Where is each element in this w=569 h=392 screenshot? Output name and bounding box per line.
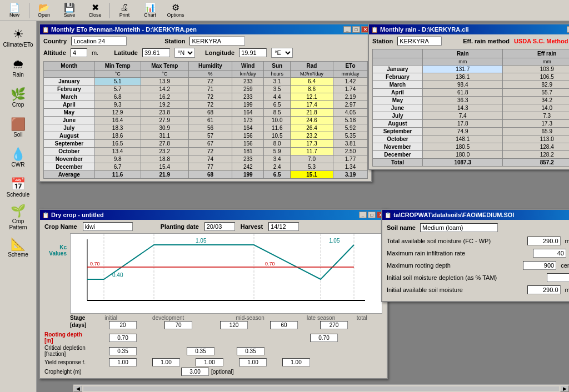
planting-date-input[interactable] [204,222,235,231]
yr-total[interactable] [282,358,310,366]
chart-icon: 📊 [144,3,156,12]
yr-mid[interactable] [196,358,223,366]
soil-field-input[interactable] [527,237,561,245]
eto-row-mintemp: 18.6 [94,132,141,140]
yr-initial[interactable] [109,358,137,366]
eto-latitude-input[interactable] [142,48,170,57]
soil-field-row: Total available soil moisture (FC - WP) … [387,237,569,245]
sidebar-item-soil[interactable]: 🟫 Soil [2,113,35,142]
harvest-date-input[interactable] [268,222,299,231]
eto-row-eto: 1.77 [333,155,368,163]
save-button[interactable]: 💾 Save [57,1,82,20]
print-icon: 🖨 [120,3,129,12]
rain-station-input[interactable] [397,37,442,46]
eto-country-input[interactable] [71,37,127,46]
eto-row-wind: 233 [232,93,264,101]
yr-dev[interactable] [152,358,180,366]
eto-station-input[interactable] [189,37,245,46]
eto-row-wind: 259 [232,86,264,93]
eto-longitude-input[interactable] [239,48,267,57]
crop-titlebar[interactable]: 📋 Dry crop - untitled _ □ ✕ [40,210,387,220]
open-button[interactable]: 📂 Open [32,1,56,20]
eto-row-humidity: 72 [188,93,232,101]
stage-midseason-days[interactable] [220,321,248,329]
harvest-label: Harvest [241,223,263,230]
content-area: 📋 Monthly ETo Penman-Monteith - D:\KERKY… [37,21,569,392]
stage-initial-days[interactable] [109,321,137,329]
soil-name-input[interactable] [420,223,498,232]
crop-name-label: Crop Name [44,223,77,230]
rain-row-rain: 7.4 [423,112,503,120]
yr-late[interactable] [239,358,267,366]
eto-maximize-button[interactable]: □ [352,26,360,33]
eto-row-eto: 5.18 [333,117,368,124]
soil-field-input[interactable] [533,249,566,258]
cd-late[interactable] [237,347,264,355]
close-button[interactable]: ✖ Close [83,1,107,20]
eto-col-month: Month [44,62,95,71]
print-button[interactable]: 🖨 Print [112,1,137,20]
stage-total-days[interactable] [320,321,348,329]
sidebar-item-climate-eto[interactable]: ☀ Climate/ETo [2,23,35,52]
options-button[interactable]: ⚙ Options [163,1,188,20]
hscroll-right[interactable]: ▶ [560,385,569,392]
eto-longitude-dir-select[interactable]: °E°W [271,48,293,58]
eto-row-maxtemp: 27.8 [141,140,188,148]
chart-button[interactable]: 📊 Chart [138,1,162,20]
eto-row-eto: 2.19 [333,93,368,101]
soil-titlebar[interactable]: 📋 ta\CROPWAT\data\soils\FAO\MEDIUM.SOI _… [382,210,569,220]
crop-name-input[interactable] [83,222,133,231]
soil-field-input[interactable] [523,261,556,270]
crop-minimize-button[interactable]: _ [359,212,367,218]
cropheight-optional: [optional] [211,369,234,375]
kc-values-label: KcValues [44,244,67,257]
eto-row-humidity: 71 [188,86,232,93]
crop-icon: 🌿 [11,88,26,100]
eto-row-sun: 3.5 [264,86,291,93]
cd-mid[interactable] [187,347,214,355]
eto-row-sun: 8.5 [264,109,291,117]
rain-eff-value: USDA S.C. Method [514,38,568,44]
stage-lateseason-days[interactable] [270,321,298,329]
cd-initial[interactable] [109,347,137,355]
eto-latitude-dir-select[interactable]: °N°S [174,48,195,58]
hscroll[interactable]: ◀ ▶ [73,384,569,392]
cropheight-mid[interactable] [181,368,209,376]
sidebar-item-crop-pattern[interactable]: 🌱 Crop Pattern [2,203,35,232]
rain-row-month: February [373,73,423,81]
rain-minimize-button[interactable]: _ [567,26,569,33]
sidebar-item-crop[interactable]: 🌿 Crop [2,83,35,112]
soil-field-row: Maximum rain infiltration rate mm/day [387,249,569,258]
sidebar-item-cwr[interactable]: 💧 CWR [2,143,35,172]
eto-row-wind: 233 [232,78,264,86]
soil-title-icon: 📋 [385,212,391,218]
eto-row-humidity: 68 [188,109,232,117]
stage-development-days[interactable] [164,321,192,329]
rain-row-month: June [373,104,423,112]
new-button[interactable]: 📄 New [2,1,27,20]
eto-titlebar[interactable]: 📋 Monthly ETo Penman-Monteith - D:\KERKY… [40,24,371,34]
open-icon: 📂 [38,3,49,12]
hscroll-left[interactable]: ◀ [73,385,82,392]
rain-row-month: July [373,112,423,120]
eto-longitude-label: Longitude [205,49,234,56]
eto-row-humidity: 77 [188,163,232,171]
rain-row-month: January [373,66,423,73]
rain-titlebar[interactable]: 📋 Monthly rain - D:\KERKYRA.cli _ □ ✕ [369,24,569,34]
eto-row-sun: 3.4 [264,155,291,163]
soil-field-input[interactable] [547,273,569,282]
eto-row-month: May [44,109,95,117]
sidebar-item-schedule[interactable]: 📅 Schedule [2,173,35,202]
toolbar-sep-2 [109,3,110,18]
eto-altitude-input[interactable] [71,48,87,57]
sidebar-item-scheme[interactable]: 📐 Scheme [2,233,35,262]
rain-row-month: April [373,89,423,97]
crop-maximize-button[interactable]: □ [368,212,376,218]
sidebar-item-rain[interactable]: 🌧 Rain [2,53,35,82]
soil-field-input[interactable] [527,285,561,294]
rain-row-eff: 55.7 [503,89,569,97]
rooting-depth-initial[interactable] [109,334,137,342]
rooting-depth-late[interactable] [310,334,338,342]
eto-row-mintemp: 6.7 [94,163,141,171]
eto-minimize-button[interactable]: _ [343,26,351,33]
